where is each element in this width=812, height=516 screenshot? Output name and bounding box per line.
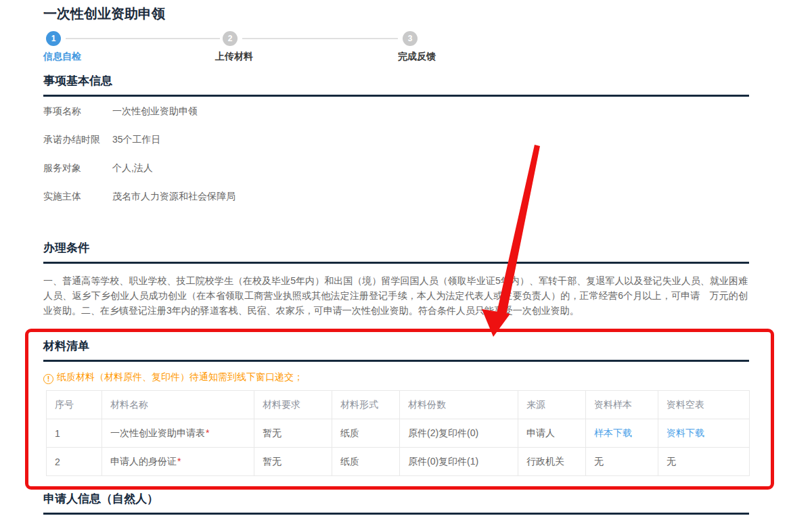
cell-form: 纸质: [332, 419, 400, 448]
step-2-circle: 2: [223, 31, 238, 46]
cell-name: 一次性创业资助申请表*: [102, 419, 254, 448]
material-name: 申请人的身份证: [110, 456, 177, 467]
sample-download-link[interactable]: 样本下载: [594, 427, 632, 438]
info-row: 承诺办结时限 35个工作日: [43, 134, 585, 162]
cell-no: 1: [47, 419, 102, 448]
col-header-blank: 资料空表: [658, 391, 750, 419]
info-value: 茂名市人力资源和社会保障局: [112, 191, 235, 202]
notice-text: 纸质材料（材料原件、复印件）待通知需到线下窗口递交；: [57, 371, 303, 382]
col-header-source: 来源: [518, 391, 586, 419]
cell-no: 2: [47, 448, 102, 476]
step-3-label: 完成反馈: [398, 51, 436, 63]
col-header-copies: 材料份数: [400, 391, 518, 419]
info-label: 实施主体: [43, 191, 110, 203]
table-row: 2 申请人的身份证* 暂无 纸质 原件(0)复印件(1) 行政机关 无 无: [47, 448, 750, 476]
step-3-circle: 3: [403, 31, 418, 46]
applicant-info-heading: 申请人信息（自然人）: [43, 491, 749, 515]
cell-form: 纸质: [332, 448, 400, 476]
col-header-no: 序号: [47, 391, 102, 419]
step-connector-line: [66, 38, 220, 39]
info-row: 事项名称 一次性创业资助申领: [43, 105, 585, 134]
materials-table: 序号 材料名称 材料要求 材料形式 材料份数 来源 资料样本 资料空表 1 一次…: [46, 390, 750, 476]
col-header-requirement: 材料要求: [254, 391, 332, 419]
info-label: 事项名称: [43, 105, 110, 118]
info-row: 服务对象 个人,法人: [43, 162, 585, 191]
cell-blank: 无: [658, 448, 750, 476]
cell-name: 申请人的身份证*: [102, 448, 254, 476]
cell-sample: 样本下载: [586, 419, 658, 448]
col-header-name: 材料名称: [102, 391, 254, 419]
col-header-form: 材料形式: [332, 391, 400, 419]
cell-requirement: 暂无: [254, 419, 332, 448]
info-value: 35个工作日: [112, 134, 161, 145]
cell-sample: 无: [586, 448, 658, 476]
required-star: *: [206, 427, 209, 438]
warning-circle-icon: !: [43, 374, 53, 384]
table-row: 1 一次性创业资助申请表* 暂无 纸质 原件(2)复印件(0) 申请人 样本下载…: [47, 419, 750, 448]
conditions-heading: 办理条件: [43, 240, 749, 264]
table-header-row: 序号 材料名称 材料要求 材料形式 材料份数 来源 资料样本 资料空表: [47, 391, 750, 419]
info-value: 个人,法人: [112, 162, 153, 173]
step-indicator: 1 2 3 信息自检 上传材料 完成反馈: [43, 30, 749, 65]
step-1-label: 信息自检: [43, 51, 81, 63]
step-connector-line: [242, 38, 398, 39]
cell-source: 行政机关: [518, 448, 586, 476]
info-label: 承诺办结时限: [43, 134, 110, 146]
basic-info-list: 事项名称 一次性创业资助申领 承诺办结时限 35个工作日 服务对象 个人,法人 …: [43, 105, 585, 219]
blank-form-download-link[interactable]: 资料下载: [667, 427, 704, 438]
service-detail-page: 一次性创业资助申领 1 2 3 信息自检 上传材料 完成反馈 事项基本信息 事项…: [0, 0, 812, 516]
col-header-sample: 资料样本: [586, 391, 658, 419]
info-label: 服务对象: [43, 162, 110, 174]
cell-blank: 资料下载: [658, 419, 750, 448]
cell-copies: 原件(2)复印件(0): [400, 419, 518, 448]
conditions-text: 一、普通高等学校、职业学校、技工院校学生（在校及毕业5年内）和出国（境）留学回国…: [43, 273, 748, 318]
paper-materials-notice: !纸质材料（材料原件、复印件）待通知需到线下窗口递交；: [43, 371, 303, 384]
step-1-circle: 1: [46, 31, 61, 46]
basic-info-heading: 事项基本信息: [43, 73, 749, 97]
step-2-label: 上传材料: [215, 51, 253, 63]
materials-heading: 材料清单: [43, 338, 749, 362]
cell-source: 申请人: [518, 419, 586, 448]
cell-copies: 原件(0)复印件(1): [400, 448, 518, 476]
info-row: 实施主体 茂名市人力资源和社会保障局: [43, 191, 585, 219]
info-value: 一次性创业资助申领: [112, 105, 198, 116]
cell-requirement: 暂无: [254, 448, 332, 476]
required-star: *: [177, 456, 181, 467]
material-name: 一次性创业资助申请表: [110, 427, 205, 438]
page-title: 一次性创业资助申领: [43, 5, 165, 23]
